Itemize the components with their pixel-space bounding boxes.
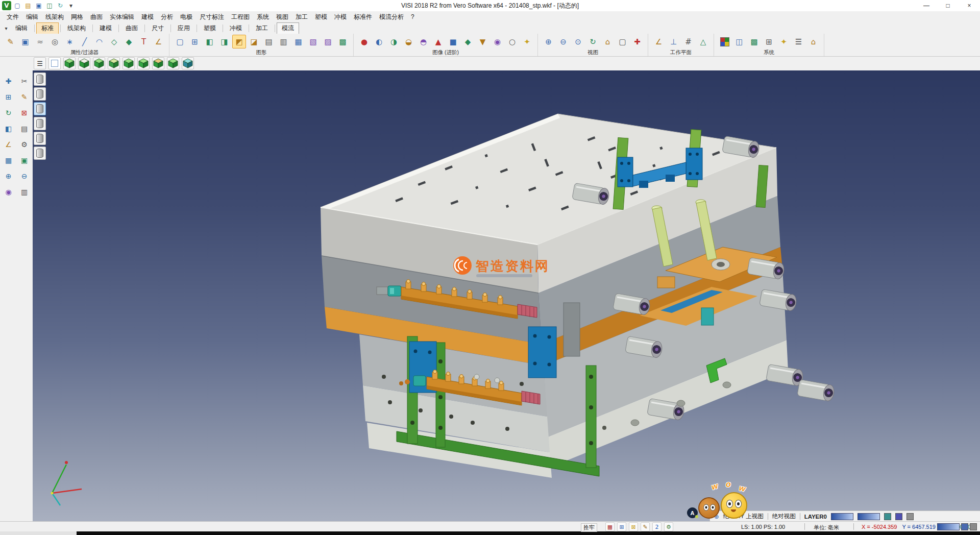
active-layer-label[interactable]: LAYER0: [804, 514, 827, 520]
filter-points[interactable]: ∗: [63, 35, 77, 48]
model-tree-icon[interactable]: ☰: [34, 57, 46, 69]
solid-filter-cylinder-4[interactable]: [34, 117, 46, 130]
iso-view-cube-2[interactable]: [78, 57, 90, 69]
shaded-mode[interactable]: ◩: [232, 35, 246, 48]
tab-overflow-caret-icon[interactable]: ▾: [2, 26, 10, 31]
center-view[interactable]: ✚: [630, 35, 644, 48]
solid-filter-cylinder-3[interactable]: [34, 102, 46, 115]
menu-item-15[interactable]: 冲模: [331, 12, 350, 22]
menu-item-17[interactable]: 模流分析: [376, 12, 407, 22]
target-render[interactable]: ◉: [491, 35, 504, 48]
zoom-in-tool[interactable]: ⊕: [2, 169, 15, 183]
shade-half-left[interactable]: ◧: [203, 35, 216, 48]
rotate-tool[interactable]: ↻: [2, 106, 15, 119]
zoom-out[interactable]: ⊖: [556, 35, 570, 48]
shaded-render[interactable]: ●: [357, 35, 371, 48]
refresh-icon[interactable]: ↻: [56, 1, 65, 10]
menu-item-7[interactable]: 分析: [157, 12, 177, 22]
highlight-effects[interactable]: ✦: [520, 35, 534, 48]
material-view[interactable]: ◆: [461, 35, 475, 48]
color-swatch-gray[interactable]: [906, 513, 914, 520]
bottom-shade[interactable]: ◒: [402, 35, 415, 48]
trim-tool[interactable]: ✂: [18, 75, 31, 88]
rotate-view[interactable]: ↻: [586, 35, 600, 48]
filter-dimensions[interactable]: ∠: [152, 35, 165, 48]
workplane-grid[interactable]: #: [681, 35, 695, 48]
menu-item-4[interactable]: 曲面: [87, 12, 106, 22]
zoom-extents[interactable]: ⊙: [571, 35, 585, 48]
shade-tool[interactable]: ◧: [2, 122, 15, 135]
menu-item-12[interactable]: 视图: [273, 12, 292, 22]
iso-view-cube-1[interactable]: [63, 57, 76, 69]
refresh-graphics[interactable]: ▢: [173, 35, 187, 48]
absolute-view-label[interactable]: 绝对视图: [772, 513, 796, 520]
shaded-edges-mode[interactable]: ◪: [247, 35, 261, 48]
status-swatch-blue[interactable]: [961, 523, 968, 530]
half-shade[interactable]: ◐: [372, 35, 386, 48]
zoom-window[interactable]: ⊞: [188, 35, 202, 48]
filter-lines[interactable]: ╱: [78, 35, 91, 48]
window-layout[interactable]: ◫: [732, 35, 746, 48]
iso-view-cube-9[interactable]: [182, 57, 194, 69]
shade-half-right[interactable]: ◨: [217, 35, 231, 48]
delete-tool[interactable]: ⊠: [18, 106, 31, 119]
triangle-mesh[interactable]: ▲: [431, 35, 445, 48]
layers-tool[interactable]: ▦: [2, 154, 15, 167]
tab-2[interactable]: 线架构: [62, 22, 91, 34]
inverse-mesh[interactable]: ▼: [476, 35, 489, 48]
selection-filter-icon[interactable]: ⊠: [629, 522, 638, 531]
filter-surfaces[interactable]: ◇: [107, 35, 121, 48]
menu-item-1[interactable]: 编辑: [22, 12, 42, 22]
system-effects[interactable]: ✦: [777, 35, 791, 48]
tab-6[interactable]: 应用: [173, 22, 195, 34]
hatch-horizontal[interactable]: ▤: [262, 35, 276, 48]
zoom-in[interactable]: ⊕: [542, 35, 555, 48]
hatch-cross[interactable]: ▩: [336, 35, 350, 48]
solid-filter-cylinder-2[interactable]: [34, 87, 46, 101]
color-swatch-teal[interactable]: [884, 513, 891, 520]
open-doc-icon[interactable]: ▤: [23, 1, 33, 10]
qat-dropdown-caret-icon[interactable]: ▾: [66, 1, 76, 10]
solid-fill[interactable]: ■: [446, 35, 460, 48]
layer-2-icon[interactable]: 2: [652, 522, 662, 531]
filter-text[interactable]: T: [137, 35, 151, 48]
measure-angle-tool[interactable]: ∠: [2, 138, 15, 151]
clipboard-tool[interactable]: ▣: [18, 154, 31, 167]
hatch-vertical[interactable]: ▥: [277, 35, 290, 48]
half-shade-alt[interactable]: ◑: [387, 35, 401, 48]
menu-item-16[interactable]: 标准件: [350, 12, 376, 22]
filter-solids[interactable]: ◆: [122, 35, 136, 48]
settings-tool[interactable]: ⚙: [18, 138, 31, 151]
sketch-tool[interactable]: ✎: [18, 90, 31, 104]
tab-3[interactable]: 建模: [94, 22, 117, 34]
system-pattern[interactable]: ▩: [747, 35, 761, 48]
tab-1[interactable]: 标准: [36, 22, 59, 34]
status-bar-swatch-1[interactable]: [937, 523, 960, 530]
grid-toggle-icon[interactable]: ⊞: [617, 522, 626, 531]
solid-filter-cylinder-5[interactable]: [34, 132, 46, 145]
iso-view-cube-8[interactable]: [167, 57, 179, 69]
system-grid[interactable]: ⊞: [762, 35, 776, 48]
focus-tool[interactable]: ◉: [2, 185, 15, 199]
match-attributes[interactable]: ≈: [33, 35, 47, 48]
menu-item-6[interactable]: 建模: [138, 12, 157, 22]
snap-lock-toggle[interactable]: 拴牢: [581, 523, 597, 532]
menu-item-0[interactable]: 文件: [3, 12, 22, 22]
wireframe-view[interactable]: ○: [505, 35, 519, 48]
menu-item-18[interactable]: ?: [407, 12, 418, 21]
workplane-angle[interactable]: ∠: [652, 35, 666, 48]
preferences-icon[interactable]: ⚙: [664, 522, 673, 531]
hatch-diagonal-left[interactable]: ▧: [306, 35, 320, 48]
iso-view-cube-3[interactable]: [93, 57, 105, 69]
filter-all[interactable]: ◎: [48, 35, 62, 48]
menu-item-5[interactable]: 实体编辑: [106, 12, 138, 22]
workplane-3point[interactable]: △: [696, 35, 710, 48]
notes-tool[interactable]: ▤: [18, 122, 31, 135]
tab-4[interactable]: 曲面: [120, 22, 143, 34]
iso-view-cube-5[interactable]: [122, 57, 135, 69]
new-doc-icon[interactable]: ▢: [13, 1, 22, 10]
iso-view-cube-4[interactable]: [108, 57, 120, 69]
menu-item-13[interactable]: 加工: [292, 12, 311, 22]
menu-item-14[interactable]: 塑模: [311, 12, 331, 22]
zoom-out-tool[interactable]: ⊖: [18, 169, 31, 183]
